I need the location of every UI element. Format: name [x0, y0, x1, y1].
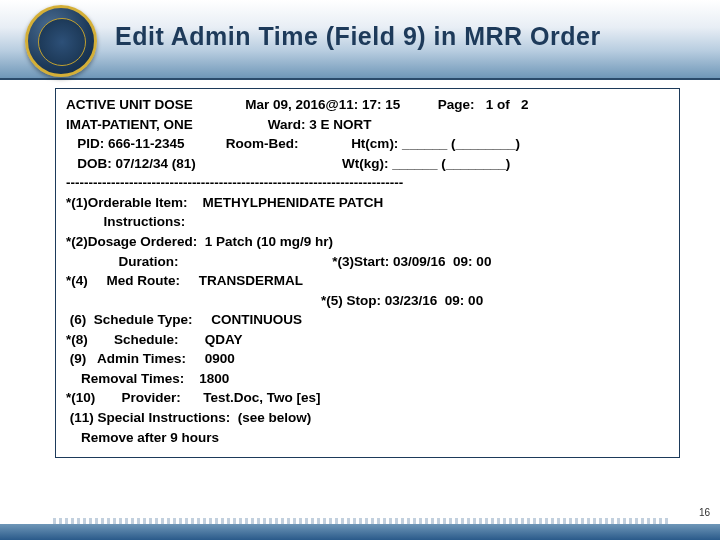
instructions: Instructions:	[66, 212, 669, 232]
page-title: Edit Admin Time (Field 9) in MRR Order	[115, 22, 601, 51]
header-bar: Edit Admin Time (Field 9) in MRR Order	[0, 0, 720, 80]
field-8: *(8) Schedule: QDAY	[66, 330, 669, 350]
field-2: *(2)Dosage Ordered: 1 Patch (10 mg/9 hr)	[66, 232, 669, 252]
header-row-1: ACTIVE UNIT DOSE Mar 09, 2016@11: 17: 15…	[66, 95, 669, 115]
header-row-3: PID: 666-11-2345 Room-Bed: Ht(cm): _____…	[66, 134, 669, 154]
header-row-4: DOB: 07/12/34 (81) Wt(kg): ______ (_____…	[66, 154, 669, 174]
remove-note: Remove after 9 hours	[66, 428, 669, 448]
field-6: (6) Schedule Type: CONTINUOUS	[66, 310, 669, 330]
order-detail-box: ACTIVE UNIT DOSE Mar 09, 2016@11: 17: 15…	[55, 88, 680, 458]
page-number: 16	[699, 507, 710, 518]
field-5: *(5) Stop: 03/23/16 09: 00	[66, 291, 669, 311]
header-row-2: IMAT-PATIENT, ONE Ward: 3 E NORT	[66, 115, 669, 135]
footer-bar	[0, 524, 720, 540]
field-10: *(10) Provider: Test.Doc, Two [es]	[66, 388, 669, 408]
removal-times: Removal Times: 1800	[66, 369, 669, 389]
field-9: (9) Admin Times: 0900	[66, 349, 669, 369]
field-4: *(4) Med Route: TRANSDERMAL	[66, 271, 669, 291]
field-11: (11) Special Instructions: (see below)	[66, 408, 669, 428]
duration-start: Duration: *(3)Start: 03/09/16 09: 00	[66, 252, 669, 272]
agency-seal-icon	[25, 5, 97, 77]
divider: ----------------------------------------…	[66, 173, 669, 193]
field-1: *(1)Orderable Item: METHYLPHENIDATE PATC…	[66, 193, 669, 213]
